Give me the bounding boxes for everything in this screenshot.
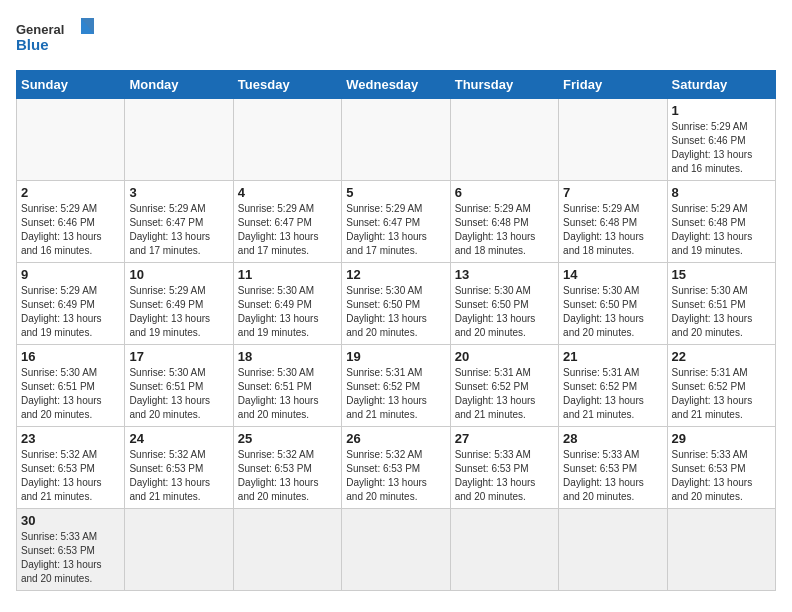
day-number: 8	[672, 185, 771, 200]
day-info: Sunrise: 5:32 AM Sunset: 6:53 PM Dayligh…	[129, 448, 228, 504]
weekday-header-wednesday: Wednesday	[342, 71, 450, 99]
calendar-cell: 5Sunrise: 5:29 AM Sunset: 6:47 PM Daylig…	[342, 181, 450, 263]
day-info: Sunrise: 5:31 AM Sunset: 6:52 PM Dayligh…	[563, 366, 662, 422]
day-number: 21	[563, 349, 662, 364]
calendar-cell: 13Sunrise: 5:30 AM Sunset: 6:50 PM Dayli…	[450, 263, 558, 345]
day-number: 7	[563, 185, 662, 200]
day-number: 30	[21, 513, 120, 528]
calendar-cell: 15Sunrise: 5:30 AM Sunset: 6:51 PM Dayli…	[667, 263, 775, 345]
calendar-cell: 29Sunrise: 5:33 AM Sunset: 6:53 PM Dayli…	[667, 427, 775, 509]
day-number: 27	[455, 431, 554, 446]
weekday-header-sunday: Sunday	[17, 71, 125, 99]
calendar-cell: 21Sunrise: 5:31 AM Sunset: 6:52 PM Dayli…	[559, 345, 667, 427]
day-number: 28	[563, 431, 662, 446]
day-info: Sunrise: 5:33 AM Sunset: 6:53 PM Dayligh…	[672, 448, 771, 504]
calendar-cell: 28Sunrise: 5:33 AM Sunset: 6:53 PM Dayli…	[559, 427, 667, 509]
weekday-header-friday: Friday	[559, 71, 667, 99]
calendar-cell: 27Sunrise: 5:33 AM Sunset: 6:53 PM Dayli…	[450, 427, 558, 509]
day-number: 16	[21, 349, 120, 364]
day-number: 3	[129, 185, 228, 200]
day-number: 11	[238, 267, 337, 282]
day-info: Sunrise: 5:30 AM Sunset: 6:51 PM Dayligh…	[238, 366, 337, 422]
calendar-week-5: 23Sunrise: 5:32 AM Sunset: 6:53 PM Dayli…	[17, 427, 776, 509]
day-number: 25	[238, 431, 337, 446]
calendar-cell: 22Sunrise: 5:31 AM Sunset: 6:52 PM Dayli…	[667, 345, 775, 427]
page-header: General Blue	[16, 16, 776, 60]
day-info: Sunrise: 5:30 AM Sunset: 6:51 PM Dayligh…	[129, 366, 228, 422]
day-info: Sunrise: 5:29 AM Sunset: 6:49 PM Dayligh…	[129, 284, 228, 340]
calendar-cell: 23Sunrise: 5:32 AM Sunset: 6:53 PM Dayli…	[17, 427, 125, 509]
day-number: 13	[455, 267, 554, 282]
calendar-cell: 20Sunrise: 5:31 AM Sunset: 6:52 PM Dayli…	[450, 345, 558, 427]
weekday-header-saturday: Saturday	[667, 71, 775, 99]
calendar-cell	[342, 99, 450, 181]
calendar-week-6: 30Sunrise: 5:33 AM Sunset: 6:53 PM Dayli…	[17, 509, 776, 591]
day-info: Sunrise: 5:33 AM Sunset: 6:53 PM Dayligh…	[563, 448, 662, 504]
day-number: 23	[21, 431, 120, 446]
day-number: 26	[346, 431, 445, 446]
day-info: Sunrise: 5:30 AM Sunset: 6:49 PM Dayligh…	[238, 284, 337, 340]
calendar-cell	[125, 509, 233, 591]
svg-text:Blue: Blue	[16, 36, 49, 53]
day-number: 14	[563, 267, 662, 282]
day-number: 9	[21, 267, 120, 282]
day-info: Sunrise: 5:32 AM Sunset: 6:53 PM Dayligh…	[238, 448, 337, 504]
calendar-cell: 30Sunrise: 5:33 AM Sunset: 6:53 PM Dayli…	[17, 509, 125, 591]
day-info: Sunrise: 5:29 AM Sunset: 6:46 PM Dayligh…	[672, 120, 771, 176]
calendar-cell	[125, 99, 233, 181]
day-info: Sunrise: 5:29 AM Sunset: 6:47 PM Dayligh…	[346, 202, 445, 258]
day-info: Sunrise: 5:29 AM Sunset: 6:48 PM Dayligh…	[563, 202, 662, 258]
day-number: 10	[129, 267, 228, 282]
calendar-cell: 26Sunrise: 5:32 AM Sunset: 6:53 PM Dayli…	[342, 427, 450, 509]
calendar-week-4: 16Sunrise: 5:30 AM Sunset: 6:51 PM Dayli…	[17, 345, 776, 427]
weekday-header-thursday: Thursday	[450, 71, 558, 99]
day-info: Sunrise: 5:31 AM Sunset: 6:52 PM Dayligh…	[672, 366, 771, 422]
calendar-week-1: 1Sunrise: 5:29 AM Sunset: 6:46 PM Daylig…	[17, 99, 776, 181]
calendar-cell	[342, 509, 450, 591]
calendar-cell	[17, 99, 125, 181]
calendar-table: SundayMondayTuesdayWednesdayThursdayFrid…	[16, 70, 776, 591]
calendar-cell	[667, 509, 775, 591]
calendar-cell: 2Sunrise: 5:29 AM Sunset: 6:46 PM Daylig…	[17, 181, 125, 263]
calendar-cell: 9Sunrise: 5:29 AM Sunset: 6:49 PM Daylig…	[17, 263, 125, 345]
calendar-cell: 10Sunrise: 5:29 AM Sunset: 6:49 PM Dayli…	[125, 263, 233, 345]
day-info: Sunrise: 5:33 AM Sunset: 6:53 PM Dayligh…	[455, 448, 554, 504]
day-number: 18	[238, 349, 337, 364]
calendar-cell: 4Sunrise: 5:29 AM Sunset: 6:47 PM Daylig…	[233, 181, 341, 263]
calendar-cell: 11Sunrise: 5:30 AM Sunset: 6:49 PM Dayli…	[233, 263, 341, 345]
calendar-cell	[450, 99, 558, 181]
day-info: Sunrise: 5:32 AM Sunset: 6:53 PM Dayligh…	[346, 448, 445, 504]
day-info: Sunrise: 5:29 AM Sunset: 6:47 PM Dayligh…	[238, 202, 337, 258]
day-number: 29	[672, 431, 771, 446]
day-info: Sunrise: 5:30 AM Sunset: 6:51 PM Dayligh…	[21, 366, 120, 422]
day-number: 19	[346, 349, 445, 364]
day-number: 2	[21, 185, 120, 200]
day-info: Sunrise: 5:30 AM Sunset: 6:51 PM Dayligh…	[672, 284, 771, 340]
calendar-cell: 16Sunrise: 5:30 AM Sunset: 6:51 PM Dayli…	[17, 345, 125, 427]
day-info: Sunrise: 5:32 AM Sunset: 6:53 PM Dayligh…	[21, 448, 120, 504]
calendar-header: SundayMondayTuesdayWednesdayThursdayFrid…	[17, 71, 776, 99]
calendar-cell	[233, 509, 341, 591]
day-info: Sunrise: 5:29 AM Sunset: 6:49 PM Dayligh…	[21, 284, 120, 340]
calendar-cell: 24Sunrise: 5:32 AM Sunset: 6:53 PM Dayli…	[125, 427, 233, 509]
day-info: Sunrise: 5:29 AM Sunset: 6:46 PM Dayligh…	[21, 202, 120, 258]
calendar-week-3: 9Sunrise: 5:29 AM Sunset: 6:49 PM Daylig…	[17, 263, 776, 345]
day-info: Sunrise: 5:33 AM Sunset: 6:53 PM Dayligh…	[21, 530, 120, 586]
day-info: Sunrise: 5:30 AM Sunset: 6:50 PM Dayligh…	[455, 284, 554, 340]
calendar-cell	[559, 99, 667, 181]
calendar-cell: 1Sunrise: 5:29 AM Sunset: 6:46 PM Daylig…	[667, 99, 775, 181]
calendar-cell: 17Sunrise: 5:30 AM Sunset: 6:51 PM Dayli…	[125, 345, 233, 427]
day-number: 22	[672, 349, 771, 364]
svg-text:General: General	[16, 22, 64, 37]
day-number: 6	[455, 185, 554, 200]
day-info: Sunrise: 5:31 AM Sunset: 6:52 PM Dayligh…	[455, 366, 554, 422]
logo-svg: General Blue	[16, 16, 96, 60]
calendar-cell	[450, 509, 558, 591]
calendar-cell: 8Sunrise: 5:29 AM Sunset: 6:48 PM Daylig…	[667, 181, 775, 263]
calendar-week-2: 2Sunrise: 5:29 AM Sunset: 6:46 PM Daylig…	[17, 181, 776, 263]
day-number: 4	[238, 185, 337, 200]
calendar-cell: 3Sunrise: 5:29 AM Sunset: 6:47 PM Daylig…	[125, 181, 233, 263]
logo: General Blue	[16, 16, 96, 60]
calendar-cell	[559, 509, 667, 591]
calendar-cell: 14Sunrise: 5:30 AM Sunset: 6:50 PM Dayli…	[559, 263, 667, 345]
